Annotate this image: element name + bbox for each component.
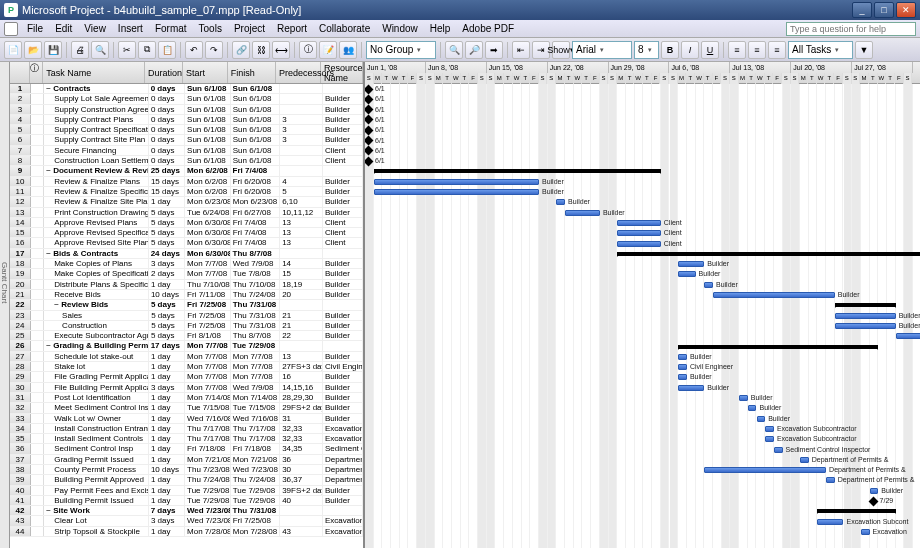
finish-cell[interactable]: Fri 7/4/08 xyxy=(231,238,280,247)
row-number[interactable]: 4 xyxy=(10,115,31,124)
menu-format[interactable]: Format xyxy=(149,21,193,36)
info-cell[interactable] xyxy=(31,331,44,340)
duration-cell[interactable]: 5 days xyxy=(149,208,185,217)
pred-cell[interactable]: 6,10 xyxy=(280,197,323,206)
info-cell[interactable] xyxy=(31,393,44,402)
task-row[interactable]: 31Post Lot Identification1 dayMon 7/14/0… xyxy=(10,393,363,403)
finish-cell[interactable]: Thu 7/24/08 xyxy=(231,475,280,484)
pred-cell[interactable]: 16 xyxy=(280,372,323,381)
info-cell[interactable] xyxy=(31,506,44,515)
res-cell[interactable] xyxy=(323,341,363,350)
res-cell[interactable]: Builder xyxy=(323,280,363,289)
pred-cell[interactable]: 14 xyxy=(280,259,323,268)
finish-cell[interactable]: Mon 7/28/08 xyxy=(231,527,280,536)
res-cell[interactable]: Builder xyxy=(323,321,363,330)
row-number[interactable]: 42 xyxy=(10,506,31,515)
task-name-cell[interactable]: Print Construction Drawings xyxy=(44,208,149,217)
duration-cell[interactable]: 10 days xyxy=(149,290,185,299)
info-cell[interactable] xyxy=(31,372,44,381)
task-row[interactable]: 34Install Construction Entrance1 dayThu … xyxy=(10,424,363,434)
start-cell[interactable]: Mon 7/7/08 xyxy=(185,269,231,278)
task-name-cell[interactable]: Approve Revised Plans xyxy=(44,218,149,227)
row-number[interactable]: 33 xyxy=(10,414,31,423)
res-cell[interactable]: Builder xyxy=(323,331,363,340)
task-name-cell[interactable]: Pay Permit Fees and Excise Taxes xyxy=(44,486,149,495)
duration-cell[interactable]: 1 day xyxy=(149,362,185,371)
task-bar[interactable] xyxy=(765,426,774,432)
duration-cell[interactable]: 0 days xyxy=(149,84,185,93)
info-cell[interactable] xyxy=(31,94,44,103)
res-cell[interactable]: Builder xyxy=(323,105,363,114)
duration-cell[interactable]: 1 day xyxy=(149,414,185,423)
paste-icon[interactable]: 📋 xyxy=(158,41,176,59)
info-cell[interactable] xyxy=(31,105,44,114)
task-bar[interactable] xyxy=(896,333,920,339)
res-cell[interactable] xyxy=(323,300,363,309)
info-cell[interactable] xyxy=(31,311,44,320)
pred-cell[interactable]: 36 xyxy=(280,455,323,464)
start-cell[interactable]: Sun 6/1/08 xyxy=(185,105,231,114)
duration-cell[interactable]: 5 days xyxy=(149,238,185,247)
finish-cell[interactable]: Fri 7/4/08 xyxy=(231,228,280,237)
unlink-icon[interactable]: ⛓ xyxy=(252,41,270,59)
autofilter-icon[interactable]: ▼ xyxy=(855,41,873,59)
task-bar[interactable] xyxy=(678,385,704,391)
row-number[interactable]: 12 xyxy=(10,197,31,206)
info-icon[interactable]: ⓘ xyxy=(299,41,317,59)
info-cell[interactable] xyxy=(31,434,44,443)
finish-cell[interactable]: Mon 7/7/08 xyxy=(231,362,280,371)
pred-cell[interactable]: 3 xyxy=(280,135,323,144)
finish-cell[interactable]: Fri 6/20/08 xyxy=(231,177,280,186)
task-name-cell[interactable]: −Grading & Building Permits xyxy=(44,341,148,350)
start-cell[interactable]: Sun 6/1/08 xyxy=(185,84,231,93)
info-cell[interactable] xyxy=(31,362,44,371)
duration-cell[interactable]: 3 days xyxy=(149,383,185,392)
task-name-cell[interactable]: Make Copies of Specifications xyxy=(44,269,149,278)
finish-cell[interactable]: Fri 6/27/08 xyxy=(231,208,280,217)
duration-cell[interactable]: 1 day xyxy=(149,372,185,381)
duration-cell[interactable]: 2 days xyxy=(149,269,185,278)
task-bar[interactable] xyxy=(678,364,687,370)
outdent-icon[interactable]: ⇤ xyxy=(512,41,530,59)
align-left-icon[interactable]: ≡ xyxy=(728,41,746,59)
res-cell[interactable]: Builder xyxy=(323,403,363,412)
info-cell[interactable] xyxy=(31,352,44,361)
col-start[interactable]: Start xyxy=(183,62,228,83)
task-row[interactable]: 43Clear Lot3 daysWed 7/23/08Fri 7/25/08E… xyxy=(10,516,363,526)
finish-cell[interactable]: Tue 7/29/08 xyxy=(231,496,280,505)
start-cell[interactable]: Mon 6/30/08 xyxy=(185,238,231,247)
menu-view[interactable]: View xyxy=(78,21,112,36)
start-cell[interactable]: Fri 8/1/08 xyxy=(185,331,231,340)
task-bar[interactable] xyxy=(374,189,539,195)
pred-cell[interactable]: 34,35 xyxy=(280,444,323,453)
duration-cell[interactable]: 1 day xyxy=(149,352,185,361)
task-name-cell[interactable]: Install Sediment Controls xyxy=(44,434,149,443)
info-cell[interactable] xyxy=(31,249,44,258)
pred-cell[interactable]: 13 xyxy=(280,238,323,247)
task-row[interactable]: 21Receive Bids10 daysFri 7/11/08Thu 7/24… xyxy=(10,290,363,300)
timeline-header[interactable]: Jun 1, '08Jun 8, '08Jun 15, '08Jun 22, '… xyxy=(365,62,920,84)
task-bar[interactable] xyxy=(765,436,774,442)
info-cell[interactable] xyxy=(31,218,44,227)
info-cell[interactable] xyxy=(31,290,44,299)
pred-cell[interactable] xyxy=(280,94,323,103)
finish-cell[interactable]: Thu 7/17/08 xyxy=(231,434,280,443)
task-row[interactable]: 24Construction5 daysFri 7/25/08Thu 7/31/… xyxy=(10,321,363,331)
finish-cell[interactable]: Fri 7/18/08 xyxy=(231,444,280,453)
cut-icon[interactable]: ✂ xyxy=(118,41,136,59)
finish-cell[interactable]: Mon 6/23/08 xyxy=(231,197,280,206)
task-row[interactable]: 4Supply Contract Plans0 daysSun 6/1/08Su… xyxy=(10,115,363,125)
start-cell[interactable]: Thu 7/23/08 xyxy=(185,465,231,474)
row-number[interactable]: 25 xyxy=(10,331,31,340)
info-cell[interactable] xyxy=(31,486,44,495)
task-row[interactable]: 13Print Construction Drawings5 daysTue 6… xyxy=(10,208,363,218)
duration-cell[interactable]: 0 days xyxy=(149,135,185,144)
start-cell[interactable]: Tue 6/24/08 xyxy=(185,208,231,217)
align-center-icon[interactable]: ≡ xyxy=(748,41,766,59)
pred-cell[interactable]: 13 xyxy=(280,218,323,227)
row-number[interactable]: 14 xyxy=(10,218,31,227)
start-cell[interactable]: Mon 6/30/08 xyxy=(185,218,231,227)
start-cell[interactable]: Tue 7/15/08 xyxy=(185,403,231,412)
res-cell[interactable]: Builder xyxy=(323,115,363,124)
finish-cell[interactable]: Thu 7/24/08 xyxy=(231,290,280,299)
